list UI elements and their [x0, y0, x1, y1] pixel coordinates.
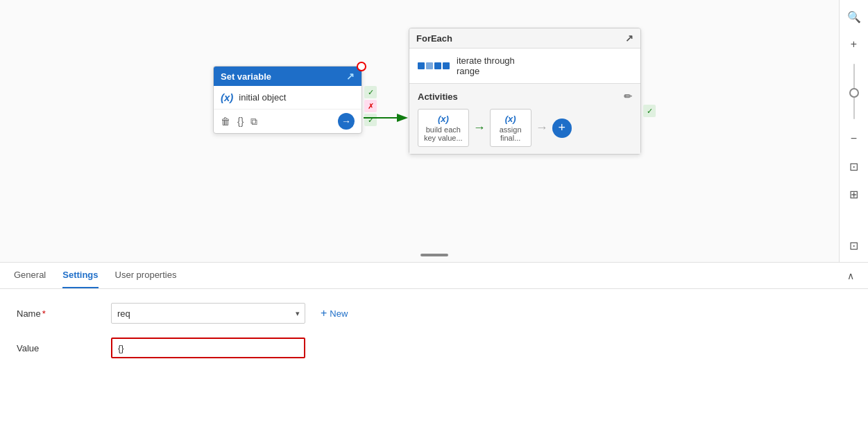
act2-label: assign final...	[500, 125, 522, 142]
sv-delete-btn[interactable]: 🗑	[221, 116, 230, 127]
name-row: Name* req ▾ + New	[17, 303, 851, 324]
sv-header-expand: ↗	[346, 71, 355, 82]
grid-view-btn[interactable]: ⊞	[843, 183, 865, 205]
name-select[interactable]: req	[111, 303, 305, 324]
sv-var-name: initial object	[239, 92, 286, 103]
required-star: *	[42, 308, 46, 319]
new-label: New	[330, 308, 348, 319]
sv-navigate-btn[interactable]: →	[338, 113, 355, 130]
fe-header-label: ForEach	[416, 33, 452, 44]
fe-activities-container: Activities ✏ (x) build each key value...…	[409, 84, 640, 154]
sv-var-icon: (x)	[221, 91, 233, 103]
fe-block-icon	[418, 62, 450, 69]
activities-row: (x) build each key value... → (x) assign…	[418, 109, 632, 147]
act1-label: build each key value...	[424, 125, 463, 142]
new-button[interactable]: + New	[316, 304, 352, 322]
bottom-panel: General Settings User properties ∧ Name*…	[0, 263, 868, 429]
name-label: Name*	[17, 308, 100, 319]
search-toolbar-btn[interactable]: 🔍	[843, 6, 865, 28]
port-circle-top	[357, 62, 366, 71]
add-activity-btn[interactable]: +	[552, 119, 572, 138]
sv-header-label: Set variable	[221, 71, 271, 82]
fe-iterate-row: iterate through range	[409, 49, 640, 84]
sv-side-icons: ✓ ✗ ✓	[364, 86, 377, 126]
set-variable-node[interactable]: Set variable ↗ (x) initial object 🗑 {} ⧉…	[213, 66, 362, 134]
zoom-out-btn[interactable]: −	[843, 128, 865, 150]
tabs-row: General Settings User properties ∧	[0, 263, 868, 289]
fe-expand-icon[interactable]: ↗	[625, 33, 633, 44]
zoom-track	[853, 64, 855, 119]
panel-collapse-btn[interactable]: ∧	[847, 270, 854, 281]
green-arrow-icon: →	[473, 121, 486, 135]
fe-iterate-text2: range	[457, 66, 515, 76]
zoom-slider[interactable]	[853, 64, 855, 119]
zoom-in-btn[interactable]: +	[843, 33, 865, 55]
fe-edit-icon[interactable]: ✏	[624, 91, 632, 102]
sv-code-btn[interactable]: {}	[237, 116, 244, 127]
tabs-left: General Settings User properties	[14, 263, 176, 288]
fe-activities-label: Activities	[418, 91, 458, 102]
activity-node-1[interactable]: (x) build each key value...	[418, 109, 469, 147]
gray-arrow-icon: →	[536, 121, 548, 135]
collapse-toolbar-btn[interactable]: ⊡	[843, 234, 865, 256]
name-select-wrapper: req ▾	[111, 303, 305, 324]
sv-check-icon2: ✓	[364, 114, 377, 126]
fe-header: ForEach ↗	[409, 28, 640, 49]
fe-check-icon: ✓	[643, 105, 656, 117]
form-area: Name* req ▾ + New Value	[0, 289, 868, 372]
activity-node-2[interactable]: (x) assign final...	[490, 109, 531, 147]
sv-footer: 🗑 {} ⧉ →	[214, 110, 361, 133]
act2-icon: (x)	[505, 114, 516, 124]
fe-activities-header: Activities ✏	[418, 91, 632, 102]
fit-view-btn[interactable]: ⊡	[843, 155, 865, 177]
canvas-divider	[420, 254, 448, 256]
sv-copy-btn[interactable]: ⧉	[250, 116, 257, 128]
value-label: Value	[17, 343, 100, 353]
value-input[interactable]	[111, 338, 305, 358]
fe-iterate-text1: iterate through	[457, 55, 515, 66]
workflow-canvas: Set variable ↗ (x) initial object 🗑 {} ⧉…	[0, 0, 868, 263]
tab-settings[interactable]: Settings	[62, 263, 98, 288]
value-row: Value	[17, 338, 851, 358]
set-variable-header: Set variable ↗	[214, 67, 361, 86]
foreach-node[interactable]: ForEach ↗ iterate through range Activiti…	[409, 28, 641, 155]
new-plus-icon: +	[321, 307, 327, 319]
zoom-thumb[interactable]	[849, 88, 859, 98]
sv-check-icon: ✓	[364, 86, 377, 98]
tab-general[interactable]: General	[14, 263, 46, 288]
sv-cross-icon: ✗	[364, 100, 377, 112]
act1-icon: (x)	[438, 114, 449, 124]
sv-body: (x) initial object	[214, 86, 361, 110]
tab-user-properties[interactable]: User properties	[115, 263, 177, 288]
fe-iterate-text: iterate through range	[457, 55, 515, 76]
right-toolbar: 🔍 + − ⊡ ⊞ ⊡	[839, 0, 868, 262]
